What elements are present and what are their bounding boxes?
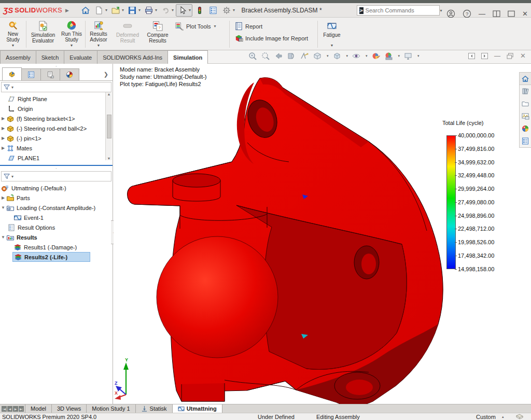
expand-arrow-icon[interactable]: ▶ [0, 195, 6, 200]
edit-appearance-icon[interactable] [371, 51, 381, 61]
bracket-assembly-model[interactable] [114, 64, 466, 404]
tab-solidworks-add-ins[interactable]: SOLIDWORKS Add-Ins [97, 50, 168, 64]
display-style-caret-icon[interactable]: ▾ [346, 54, 348, 58]
scroll-down-icon[interactable]: ▼ [107, 157, 111, 160]
include-image-for-report-button[interactable]: Include Image for Report [234, 34, 308, 43]
tab-feature-manager[interactable] [2, 67, 22, 80]
new-study-button[interactable]: NewStudy ▼ [1, 19, 25, 49]
tab-assembly[interactable]: Assembly [0, 50, 36, 64]
fatigue-caret-icon[interactable]: ▼ [330, 43, 334, 49]
units-caret-icon[interactable]: ▴ [502, 415, 504, 419]
study-tree-filter[interactable]: ▾ [1, 171, 111, 181]
view-orientation-icon[interactable] [313, 51, 322, 61]
search-caret-icon[interactable]: ▾ [440, 8, 442, 13]
appearances-button[interactable] [520, 122, 531, 135]
tab-evaluate[interactable]: Evaluate [64, 50, 97, 64]
home-button[interactable] [79, 4, 92, 17]
study-item-utmattning[interactable]: Utmattning (-Default-) [0, 183, 113, 193]
study-item-results1[interactable]: Results1 (-Damage-) [0, 242, 113, 252]
search-commands-box[interactable]: ≽ ▾ [357, 5, 440, 16]
run-study-caret-icon[interactable]: ▼ [70, 43, 74, 49]
tab-display-manager[interactable] [60, 68, 79, 80]
search-input[interactable] [366, 7, 439, 13]
plot-tools-button[interactable]: Plot Tools ▾ [175, 22, 216, 31]
study-item-results[interactable]: ▼ Results [0, 232, 113, 242]
view-orientation-caret-icon[interactable]: ▾ [327, 54, 329, 58]
tab-prev-icon[interactable]: ◀ [7, 406, 12, 412]
tab-model[interactable]: Model [25, 404, 52, 413]
scrollbar-thumb[interactable] [107, 115, 111, 138]
undo-caret-icon[interactable]: ▾ [172, 8, 174, 12]
save-button[interactable]: ▾ [126, 4, 142, 17]
tree-item-mates[interactable]: ▶ Mates [0, 143, 113, 153]
panel-expand-arrow-icon[interactable]: ❯ [104, 71, 108, 78]
study-item-loading[interactable]: ▼ Loading (-Constant Amplitude-) [0, 203, 113, 213]
options-caret-icon[interactable]: ▾ [233, 8, 235, 12]
collapse-right-pane-icon[interactable] [481, 53, 488, 59]
scroll-up-icon[interactable]: ▲ [107, 92, 111, 96]
plot-tools-caret-icon[interactable]: ▾ [214, 24, 216, 29]
tab-utmattning[interactable]: Utmattning [172, 404, 222, 413]
study-item-parts[interactable]: ▶ Parts [0, 193, 113, 203]
custom-properties-button[interactable] [520, 135, 531, 147]
dynamic-annotation-icon[interactable] [300, 51, 309, 61]
tab-simulation[interactable]: Simulation [167, 50, 208, 64]
print-button[interactable]: ▾ [143, 4, 158, 17]
display-style-icon[interactable] [332, 51, 342, 61]
open-button[interactable]: ▾ [109, 4, 125, 17]
file-explorer-button[interactable] [520, 97, 531, 110]
filter-caret-icon[interactable]: ▾ [11, 85, 13, 90]
expand-arrow-icon[interactable]: ▶ [0, 146, 6, 150]
help-icon[interactable]: ? [463, 9, 471, 18]
doc-close-icon[interactable]: ✕ [520, 52, 526, 60]
tab-last-icon[interactable]: ▶| [19, 406, 24, 412]
tree-item-origin[interactable]: Origin [0, 104, 113, 114]
tree-item-right-plane[interactable]: Right Plane [0, 94, 113, 104]
compare-results-button[interactable]: ? CompareResults [144, 19, 171, 49]
study-item-results2-selected[interactable]: Results2 (-Life-) [12, 252, 90, 262]
logo-flyout-arrow-icon[interactable]: ▶ [65, 8, 69, 13]
zoom-to-area-icon[interactable] [261, 51, 270, 61]
apply-scene-icon[interactable] [384, 51, 394, 61]
tab-statisk[interactable]: Statisk [135, 404, 173, 413]
tree-item-rod-end-ball[interactable]: ▶ (-) Steering rod-end ball<2> [0, 123, 113, 133]
fatigue-button[interactable]: Fatigue ▼ [320, 19, 343, 49]
expand-arrow-icon[interactable]: ▶ [0, 116, 6, 121]
collapse-arrow-icon[interactable]: ▼ [0, 205, 6, 210]
hide-show-caret-icon[interactable]: ▾ [366, 54, 368, 58]
tab-motion-study-1[interactable]: Motion Study 1 [86, 404, 135, 413]
zoom-to-fit-icon[interactable] [248, 51, 257, 61]
run-this-study-button[interactable]: Run ThisStudy ▼ [60, 19, 83, 49]
section-view-icon[interactable] [287, 51, 296, 61]
results-advisor-caret-icon[interactable]: ▼ [97, 43, 101, 49]
study-item-event-1[interactable]: Event-1 [0, 213, 113, 222]
expand-arrow-icon[interactable]: ▶ [0, 126, 6, 131]
tree-item-pin[interactable]: ▶ (-) pin<1> [0, 133, 113, 143]
study-item-result-options[interactable]: Result Options [0, 222, 113, 232]
tab-sketch[interactable]: Sketch [36, 50, 65, 64]
hide-show-items-icon[interactable] [352, 51, 361, 61]
tree-item-plane1[interactable]: PLANE1 [0, 153, 113, 163]
tag-icon[interactable] [516, 414, 523, 419]
tab-configuration-manager[interactable] [40, 68, 60, 80]
results-advisor-button[interactable]: ResultsAdvisor ▼ [87, 19, 110, 49]
new-document-caret-icon[interactable]: ▾ [105, 8, 107, 12]
status-units-selector[interactable]: Custom ▴ [476, 414, 504, 420]
collapse-arrow-icon[interactable]: ▼ [0, 235, 6, 240]
rebuild-button[interactable] [193, 4, 206, 17]
collapse-left-pane-icon[interactable] [468, 53, 475, 59]
undo-button[interactable]: ▾ [159, 4, 175, 17]
file-properties-button[interactable] [207, 4, 219, 17]
doc-restore-icon[interactable] [507, 53, 514, 59]
report-button[interactable]: Report [234, 22, 262, 31]
new-study-caret-icon[interactable]: ▼ [11, 43, 15, 49]
open-caret-icon[interactable]: ▾ [122, 8, 124, 12]
doc-minimize-icon[interactable]: — [494, 52, 500, 60]
filter-caret-icon[interactable]: ▾ [11, 174, 13, 179]
tab-scroll-buttons[interactable]: |◀ ◀ ▶ ▶| [0, 404, 25, 413]
panel-grip-handle2[interactable]: ◦ [0, 166, 113, 170]
new-document-button[interactable]: ▾ [93, 4, 108, 17]
save-caret-icon[interactable]: ▾ [138, 8, 141, 12]
previous-view-icon[interactable] [274, 51, 283, 61]
taskpane-home-button[interactable] [520, 73, 531, 85]
